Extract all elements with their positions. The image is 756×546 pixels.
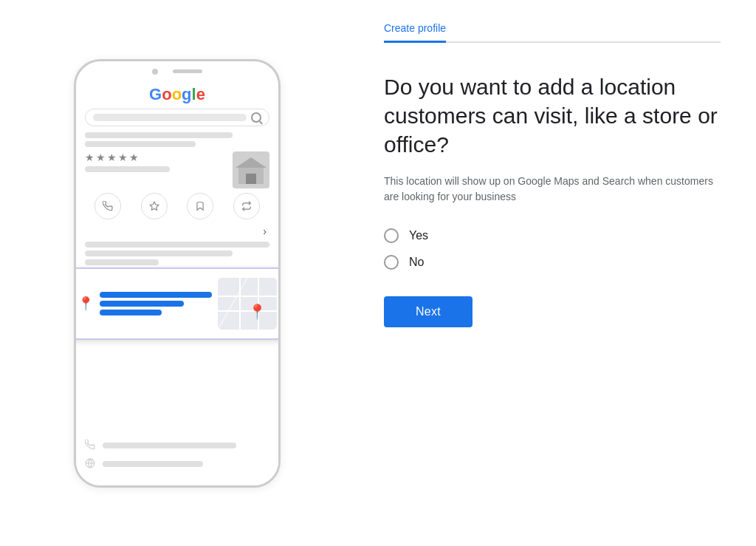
result-line-1 [85, 132, 269, 147]
radio-no-circle[interactable] [384, 255, 399, 270]
phone-detail-line-1 [103, 443, 269, 448]
progress-tabs: Create profile [384, 22, 721, 43]
question-heading: Do you want to add a location customers … [384, 72, 721, 159]
star-1: ★ [85, 151, 94, 163]
chevron-row: › [85, 225, 269, 237]
logo-o1: o [162, 85, 171, 103]
phone-speaker [173, 69, 202, 73]
phone-action-btn-3 [187, 193, 213, 219]
phone-action-btn-2 [141, 193, 168, 219]
phone-detail-line-2 [103, 461, 269, 467]
star-4: ★ [118, 151, 128, 163]
radio-option-no[interactable]: No [384, 255, 721, 270]
map-pin-icon: 📍 [248, 303, 267, 321]
phone-search-bar [85, 109, 269, 126]
phone-mockup: Google ★ ★ ★ ★ ★ [74, 59, 281, 488]
search-icon [251, 112, 261, 123]
star-2: ★ [96, 151, 106, 163]
radio-yes-circle[interactable] [384, 228, 399, 243]
phone-detail-row-2 [85, 458, 269, 471]
result-lines-2 [85, 242, 269, 265]
svg-rect-4 [218, 278, 277, 330]
phone-camera [152, 69, 158, 75]
highlight-pin-icon: 📍 [78, 296, 94, 312]
logo-g2: g [182, 85, 191, 103]
radio-group: Yes No [384, 228, 721, 270]
svg-marker-1 [236, 157, 267, 168]
star-3: ★ [107, 151, 117, 163]
tab-create-profile[interactable]: Create profile [384, 22, 446, 41]
logo-o2: o [172, 85, 182, 103]
store-card: ★ ★ ★ ★ ★ [85, 151, 269, 188]
logo-g1: G [149, 85, 162, 103]
phone-action-btn-4 [233, 193, 260, 219]
stars-row: ★ ★ ★ ★ ★ [85, 151, 227, 163]
highlight-card: 📍 [76, 267, 278, 340]
logo-e: e [196, 85, 205, 103]
next-button[interactable]: Next [384, 296, 472, 327]
phone-action-btn-1 [94, 193, 121, 219]
right-panel: Create profile Do you want to add a loca… [354, 0, 756, 546]
phone-content: Google ★ ★ ★ ★ ★ [76, 79, 278, 384]
search-bar-fill [93, 114, 247, 121]
radio-yes-label: Yes [409, 229, 428, 242]
svg-rect-2 [246, 174, 256, 184]
store-icon [233, 151, 269, 188]
star-5: ★ [129, 151, 139, 163]
google-logo: Google [85, 79, 269, 109]
map-thumbnail: 📍 [218, 278, 277, 330]
chevron-icon: › [263, 225, 267, 237]
radio-option-yes[interactable]: Yes [384, 228, 721, 243]
phone-detail-icon-2 [85, 458, 97, 471]
phone-detail-row-1 [85, 440, 269, 452]
left-panel: Google ★ ★ ★ ★ ★ [0, 0, 354, 546]
svg-marker-3 [150, 202, 159, 210]
highlight-lines [100, 292, 212, 315]
radio-no-label: No [409, 256, 424, 269]
action-buttons-row [85, 193, 269, 219]
stars-area: ★ ★ ★ ★ ★ [85, 151, 227, 175]
phone-top [76, 61, 278, 79]
phone-detail-icon-1 [85, 440, 97, 452]
question-description: This location will show up on Google Map… [384, 174, 721, 205]
